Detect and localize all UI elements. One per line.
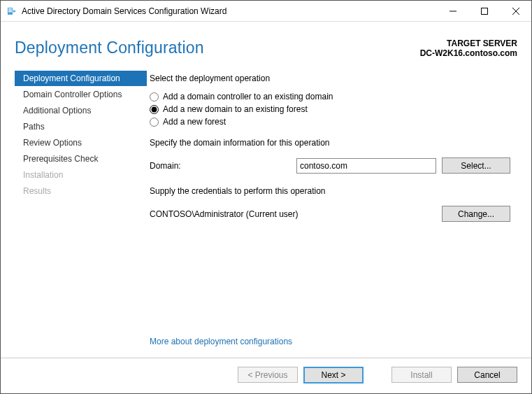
- maximize-button[interactable]: [468, 1, 500, 21]
- close-button[interactable]: [500, 1, 531, 21]
- domain-row: Domain: Select...: [150, 157, 510, 174]
- target-server-block: TARGET SERVER DC-W2K16.contoso.com: [420, 38, 517, 58]
- radio-label: Add a new domain to an existing forest: [163, 104, 308, 114]
- deployment-operation-label: Select the deployment operation: [150, 73, 510, 83]
- cancel-button[interactable]: Cancel: [457, 367, 517, 383]
- domain-field-label: Domain:: [150, 161, 296, 171]
- credentials-value: CONTOSO\Administrator (Current user): [150, 209, 442, 219]
- radio-label: Add a new forest: [163, 117, 226, 127]
- target-server-label: TARGET SERVER: [420, 38, 517, 48]
- app-icon: [6, 6, 17, 17]
- titlebar: Active Directory Domain Services Configu…: [1, 1, 531, 22]
- step-results: Results: [15, 183, 147, 199]
- step-review-options[interactable]: Review Options: [15, 135, 147, 150]
- target-server-value: DC-W2K16.contoso.com: [420, 48, 517, 58]
- svg-rect-1: [8, 8, 12, 9]
- minimize-button[interactable]: [437, 1, 468, 21]
- step-additional-options[interactable]: Additional Options: [15, 103, 147, 118]
- previous-button: < Previous: [238, 367, 298, 383]
- radio-input-new-forest[interactable]: [150, 118, 159, 127]
- change-button[interactable]: Change...: [442, 206, 510, 222]
- wizard-footer: < Previous Next > Install Cancel: [1, 358, 531, 393]
- step-sidebar: Deployment Configuration Domain Controll…: [15, 64, 147, 358]
- page-header: Deployment Configuration TARGET SERVER D…: [1, 22, 531, 64]
- credentials-label: Supply the credentials to perform this o…: [150, 186, 510, 196]
- step-prerequisites-check[interactable]: Prerequisites Check: [15, 151, 147, 167]
- step-paths[interactable]: Paths: [15, 119, 147, 134]
- credentials-row: CONTOSO\Administrator (Current user) Cha…: [150, 206, 510, 222]
- more-about-link[interactable]: More about deployment configurations: [150, 337, 510, 346]
- domain-info-label: Specify the domain information for this …: [150, 138, 510, 148]
- wizard-window: Active Directory Domain Services Configu…: [0, 0, 532, 394]
- svg-rect-5: [481, 8, 487, 14]
- svg-rect-2: [8, 10, 12, 10]
- radio-label: Add a domain controller to an existing d…: [163, 92, 333, 101]
- page-title: Deployment Configuration: [15, 38, 420, 57]
- radio-input-add-dc[interactable]: [150, 92, 159, 101]
- radio-add-domain-existing-forest[interactable]: Add a new domain to an existing forest: [150, 104, 510, 114]
- radio-add-dc-existing-domain[interactable]: Add a domain controller to an existing d…: [150, 92, 510, 101]
- step-deployment-configuration[interactable]: Deployment Configuration: [15, 71, 147, 86]
- next-button[interactable]: Next >: [303, 367, 364, 384]
- svg-rect-3: [8, 11, 12, 12]
- main-content: Select the deployment operation Add a do…: [147, 64, 531, 358]
- wizard-body: Deployment Configuration Domain Controll…: [1, 64, 531, 358]
- radio-add-new-forest[interactable]: Add a new forest: [150, 117, 510, 127]
- select-button[interactable]: Select...: [442, 157, 510, 174]
- step-installation: Installation: [15, 167, 147, 183]
- window-title: Active Directory Domain Services Configu…: [22, 6, 437, 16]
- install-button: Install: [391, 367, 452, 383]
- step-domain-controller-options[interactable]: Domain Controller Options: [15, 87, 147, 102]
- domain-input[interactable]: [296, 158, 436, 174]
- radio-input-add-domain[interactable]: [150, 105, 159, 114]
